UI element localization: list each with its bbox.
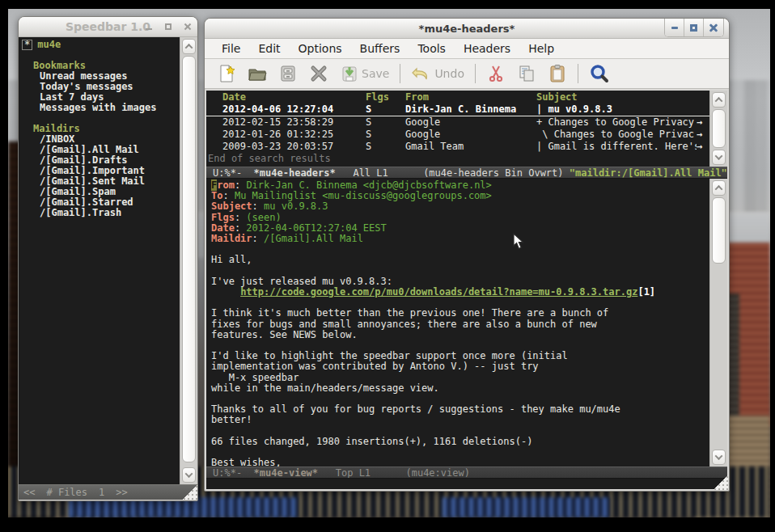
- body-line: better!: [211, 415, 709, 425]
- body-line: [211, 447, 709, 458]
- message-scroll-track[interactable]: [712, 197, 726, 448]
- minimize-icon[interactable]: [144, 22, 154, 32]
- column-flgs[interactable]: Flgs: [366, 91, 405, 103]
- search-button[interactable]: [583, 61, 616, 86]
- copy-icon: [517, 64, 536, 83]
- message-row[interactable]: 2012-01-26 01:32:25 S Google \ Changes t…: [206, 129, 709, 141]
- emacs-resize-grip[interactable]: [713, 475, 728, 490]
- maximize-icon[interactable]: [163, 22, 173, 32]
- close-icon[interactable]: [704, 19, 723, 36]
- modeline-modes[interactable]: (mu4e-headers Bin Ovwrt): [423, 167, 563, 179]
- save-button-label: Save: [362, 67, 389, 80]
- truncation-arrow-icon: →: [697, 116, 709, 129]
- scroll-up-icon[interactable]: [182, 39, 196, 54]
- speedbar-cursor: *: [22, 40, 32, 50]
- headers-scroll-track[interactable]: [712, 109, 726, 148]
- save-file-icon: [278, 64, 298, 83]
- message-scrollbar[interactable]: [709, 179, 727, 467]
- search-icon: [589, 63, 610, 84]
- delete-button[interactable]: [303, 62, 334, 85]
- modeline-position: All L1: [353, 167, 388, 179]
- emacs-titlebar[interactable]: *mu4e-headers*: [205, 19, 729, 39]
- speedbar-status-left[interactable]: <<: [23, 487, 35, 498]
- wallpaper-lights-blue-2: [443, 497, 610, 517]
- column-from[interactable]: From: [405, 91, 536, 103]
- speedbar-bookmark-images[interactable]: Messages with images: [22, 103, 180, 113]
- message-row-selected[interactable]: 2012-04-06 12:27:04 S Dirk-Jan C. Binnem…: [206, 103, 709, 116]
- speedbar-maildir-trash[interactable]: /[Gmail].Trash: [22, 208, 180, 218]
- body-line: while in the main/headers/message view.: [211, 383, 709, 394]
- modeline-modes[interactable]: (mu4e:view): [405, 467, 469, 479]
- truncation-arrow-icon: →: [697, 129, 709, 141]
- speedbar-status-count: 1: [99, 487, 104, 498]
- column-subject[interactable]: Subject: [536, 91, 697, 103]
- menu-file[interactable]: File: [213, 40, 249, 57]
- save-file-button[interactable]: [273, 62, 303, 85]
- release-download-link[interactable]: http://code.google.com/p/mu0/downloads/d…: [240, 286, 637, 298]
- delete-x-icon: [309, 64, 328, 83]
- speedbar-status-files-label: # Files: [46, 487, 87, 498]
- message-row[interactable]: 2012-02-15 23:58:29 S Google + Changes t…: [206, 116, 709, 129]
- copy-button[interactable]: [511, 62, 542, 85]
- column-date[interactable]: Date: [222, 91, 366, 103]
- mouse-cursor: [513, 233, 524, 250]
- toolbar-separator: [578, 64, 578, 83]
- modeline-status: U:%*-: [213, 167, 242, 179]
- body-line: [211, 266, 709, 277]
- open-folder-button[interactable]: [242, 62, 273, 85]
- message-scroll-thumb[interactable]: [712, 197, 726, 264]
- save-button[interactable]: Save: [334, 62, 395, 85]
- menu-headers[interactable]: Headers: [455, 40, 519, 57]
- speedbar-content: *mu4e Bookmarks Unread messages Today's …: [19, 37, 180, 484]
- menu-buffers[interactable]: Buffers: [351, 40, 409, 57]
- menu-edit[interactable]: Edit: [249, 40, 289, 57]
- body-line: Best wishes,: [211, 458, 709, 467]
- new-file-icon: [217, 64, 236, 83]
- close-icon[interactable]: [183, 22, 193, 32]
- speedbar-status-right[interactable]: >>: [116, 487, 127, 498]
- speedbar-scroll-thumb[interactable]: [182, 56, 196, 462]
- scroll-up-icon[interactable]: [712, 180, 726, 196]
- undo-button[interactable]: Undo: [405, 62, 470, 85]
- field-maildir: Maildir: /[Gmail].All Mail: [211, 234, 709, 244]
- modeline-buffer-name: *mu4e-headers*: [254, 167, 336, 179]
- speedbar-scrollbar[interactable]: [180, 37, 197, 484]
- maximize-icon[interactable]: [684, 19, 704, 36]
- speedbar-window: Speedbar 1.0 *mu4e Bookmarks Unread mess…: [18, 16, 198, 501]
- speedbar-titlebar[interactable]: Speedbar 1.0: [19, 17, 197, 37]
- speedbar-scroll-track[interactable]: [182, 56, 196, 466]
- speedbar-window-controls: [144, 17, 193, 36]
- menubar: File Edit Options Buffers Tools Headers …: [205, 39, 729, 59]
- body-line: M-x speedbar: [211, 373, 709, 383]
- speedbar-root-mu4e[interactable]: *mu4e: [22, 40, 180, 50]
- mu4e-headers-pane: Date Flgs From Subject 2012-04-06 12:27:…: [206, 91, 727, 167]
- body-line: 66 files changed, 1980 insertions(+), 11…: [211, 437, 709, 447]
- scroll-down-icon[interactable]: [182, 467, 196, 483]
- paste-button[interactable]: [542, 62, 573, 85]
- link-footnote-ref: [1]: [637, 286, 655, 298]
- message-row[interactable]: 2009-03-23 20:03:57 S Gmail Team | Gmail…: [206, 141, 709, 153]
- message-view: From: Dirk-Jan C. Binnema <djcb@djcbsoft…: [206, 179, 709, 467]
- scroll-down-icon[interactable]: [712, 150, 726, 165]
- toolbar-separator: [475, 64, 476, 83]
- body-line: I think it's much better than the previo…: [211, 308, 709, 319]
- headers-scrollbar[interactable]: [709, 91, 727, 167]
- minimize-icon[interactable]: [665, 19, 684, 36]
- open-folder-icon: [248, 64, 267, 83]
- menu-options[interactable]: Options: [290, 40, 351, 57]
- headers-column-row: Date Flgs From Subject: [206, 91, 709, 103]
- speedbar-window-title: Speedbar 1.0: [66, 20, 150, 33]
- headers-scroll-thumb[interactable]: [712, 109, 726, 148]
- echo-area[interactable]: [206, 479, 727, 489]
- modeline-view: U:%*- *mu4e-view* Top L1 (mu4e:view): [206, 467, 727, 479]
- emacs-window-title: *mu4e-headers*: [419, 23, 515, 35]
- scroll-up-icon[interactable]: [712, 92, 726, 108]
- speedbar-resize-grip[interactable]: [182, 484, 197, 500]
- menu-help[interactable]: Help: [519, 40, 563, 57]
- scroll-down-icon[interactable]: [712, 450, 726, 465]
- menu-tools[interactable]: Tools: [409, 40, 455, 57]
- cut-button[interactable]: [481, 62, 511, 85]
- body-line: [211, 426, 709, 437]
- truncation-arrow-icon: →: [697, 141, 709, 153]
- new-file-button[interactable]: [211, 62, 242, 85]
